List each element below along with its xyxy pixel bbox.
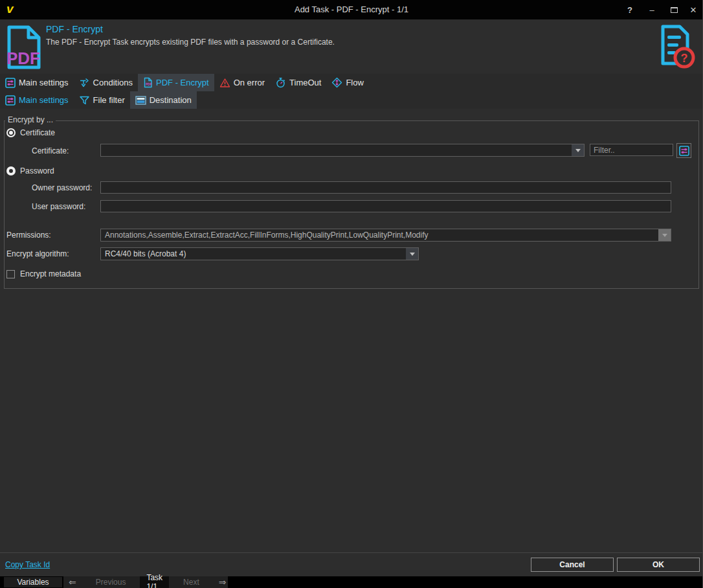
algorithm-dropdown-button[interactable] [406, 248, 418, 260]
svg-text:PDF: PDF [146, 83, 151, 86]
task-nav-strip: ⇐ Previous Task 1/1 Next ⇒ [63, 576, 228, 588]
tab-label: On error [234, 78, 265, 87]
close-button[interactable]: ✕ [684, 0, 703, 19]
tab-main-settings[interactable]: Main settings [0, 74, 74, 91]
action-bar: Copy Task Id Cancel OK [0, 552, 703, 576]
chevron-down-icon [575, 149, 581, 152]
task-description: The PDF - Encrypt Task encrypts existing… [46, 38, 335, 47]
window-title: Add Task - PDF - Encrypt - 1/1 [0, 5, 703, 14]
svg-text:?: ? [681, 52, 688, 65]
tab-label: File filter [93, 95, 125, 105]
encrypt-algorithm-label: Encrypt algorithm: [6, 249, 69, 258]
tab-flow[interactable]: Flow [326, 74, 368, 91]
ok-button[interactable]: OK [617, 558, 700, 572]
pdf-badge-text: PDF [6, 49, 40, 68]
flow-diamond-icon [331, 77, 342, 88]
minimize-button[interactable]: – [642, 0, 662, 19]
previous-button[interactable]: Previous [82, 578, 140, 587]
certificate-dropdown-button[interactable] [572, 144, 584, 156]
tab-label: Main settings [19, 95, 69, 105]
chevron-down-icon [410, 253, 415, 256]
encrypt-algorithm-value: RC4/40 bits (Acrobat 4) [105, 249, 186, 258]
tab-on-error[interactable]: On error [214, 74, 270, 91]
encrypt-algorithm-combobox[interactable]: RC4/40 bits (Acrobat 4) [100, 247, 419, 260]
owner-password-label: Owner password: [32, 183, 92, 192]
task-header: PDF PDF - Encrypt The PDF - Encrypt Task… [0, 19, 703, 74]
task-title: PDF - Encrypt [46, 24, 103, 34]
owner-password-input[interactable] [100, 181, 671, 194]
funnel-icon [79, 95, 90, 106]
tab-label: Flow [346, 78, 363, 87]
permissions-value: Annotations,Assemble,Extract,ExtractAcc,… [105, 231, 429, 240]
user-password-label: User password: [32, 202, 85, 211]
warning-icon [219, 78, 230, 88]
certificate-options-button[interactable] [676, 143, 691, 158]
cancel-button[interactable]: Cancel [531, 558, 614, 572]
next-arrow-icon[interactable]: ⇒ [214, 576, 232, 588]
title-bar: v Add Task - PDF - Encrypt - 1/1 ? – ✕ [0, 0, 703, 19]
stopwatch-icon [275, 77, 286, 88]
user-password-input[interactable] [100, 200, 671, 212]
certificate-filter-input[interactable] [590, 144, 673, 156]
permissions-combobox[interactable]: Annotations,Assemble,Extract,ExtractAcc,… [100, 229, 671, 242]
password-radio[interactable] [6, 166, 16, 175]
password-radio-label: Password [20, 166, 54, 175]
branch-icon [79, 78, 90, 88]
settings-panel: Encrypt by ... Certificate Certificate: … [0, 109, 703, 552]
certificate-radio[interactable] [6, 128, 16, 137]
subtab-destination[interactable]: Destination [130, 91, 197, 109]
tab-pdf-encrypt[interactable]: PDF PDF - Encrypt [138, 74, 214, 91]
subtab-main-settings[interactable]: Main settings [0, 91, 74, 109]
encrypt-metadata-checkbox[interactable] [6, 270, 15, 278]
variables-button[interactable]: Variables [4, 577, 62, 587]
certificate-field-label: Certificate: [32, 146, 69, 155]
sub-tab-bar: Main settings File filter Destination [0, 91, 703, 109]
copy-task-id-link[interactable]: Copy Task Id [5, 560, 50, 569]
footer-bar: Variables ⇐ Previous Task 1/1 Next ⇒ [0, 576, 703, 588]
maximize-icon [671, 7, 678, 13]
tab-label: Conditions [93, 78, 133, 87]
subtab-file-filter[interactable]: File filter [74, 91, 130, 109]
sliders-icon [5, 95, 16, 106]
group-title: Encrypt by ... [5, 115, 56, 124]
tab-conditions[interactable]: Conditions [74, 74, 138, 91]
help-button[interactable]: ? [620, 0, 640, 19]
permissions-label: Permissions: [6, 231, 51, 240]
certificate-combobox[interactable] [100, 144, 585, 157]
encrypt-metadata-label: Encrypt metadata [20, 269, 81, 278]
tab-label: Main settings [19, 78, 69, 87]
sliders-icon [679, 146, 689, 156]
previous-arrow-icon[interactable]: ⇐ [63, 576, 82, 588]
tab-label: Destination [150, 95, 192, 105]
permissions-dropdown-button[interactable] [658, 229, 671, 241]
task-indicator: Task 1/1 [140, 576, 169, 588]
main-tab-bar: Main settings Conditions PDF PDF - Encry… [0, 74, 703, 91]
window-icon [135, 96, 146, 105]
next-button[interactable]: Next [169, 578, 214, 587]
pdf-doc-icon: PDF [143, 77, 153, 88]
tab-label: PDF - Encrypt [156, 78, 209, 87]
add-task-window: v Add Task - PDF - Encrypt - 1/1 ? – ✕ P… [0, 0, 703, 588]
tab-label: TimeOut [289, 78, 321, 87]
sliders-icon [5, 78, 16, 88]
task-help-icon[interactable]: ? [658, 23, 695, 71]
maximize-button[interactable] [664, 0, 684, 19]
tab-timeout[interactable]: TimeOut [270, 74, 326, 91]
certificate-radio-label: Certificate [20, 128, 55, 137]
chevron-down-icon [662, 234, 667, 237]
pdf-task-icon: PDF [3, 25, 45, 70]
